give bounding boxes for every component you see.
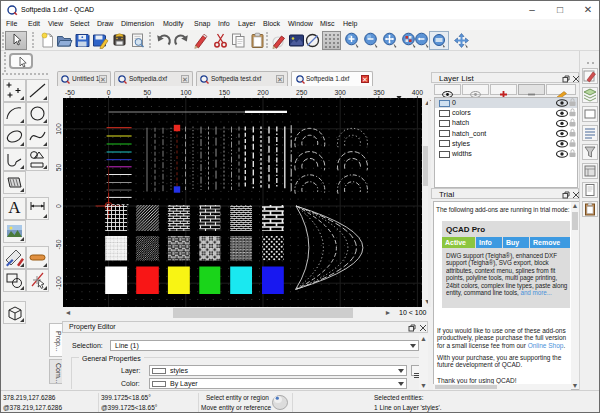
svg-text:-50: -50 [65, 89, 75, 96]
svg-text:0: 0 [56, 204, 62, 208]
svg-text:50: 50 [56, 164, 62, 172]
svg-text:0: 0 [107, 89, 111, 96]
svg-text:200: 200 [257, 89, 269, 96]
svg-text:400: 400 [412, 89, 424, 96]
svg-text:150: 150 [219, 89, 231, 96]
svg-text:100: 100 [56, 123, 62, 135]
svg-text:300: 300 [335, 89, 347, 96]
svg-text:250: 250 [296, 89, 308, 96]
svg-text:-50: -50 [56, 239, 62, 249]
svg-text:50: 50 [143, 89, 151, 96]
svg-text:-100: -100 [56, 276, 62, 290]
svg-text:100: 100 [180, 89, 192, 96]
svg-text:350: 350 [373, 89, 385, 96]
